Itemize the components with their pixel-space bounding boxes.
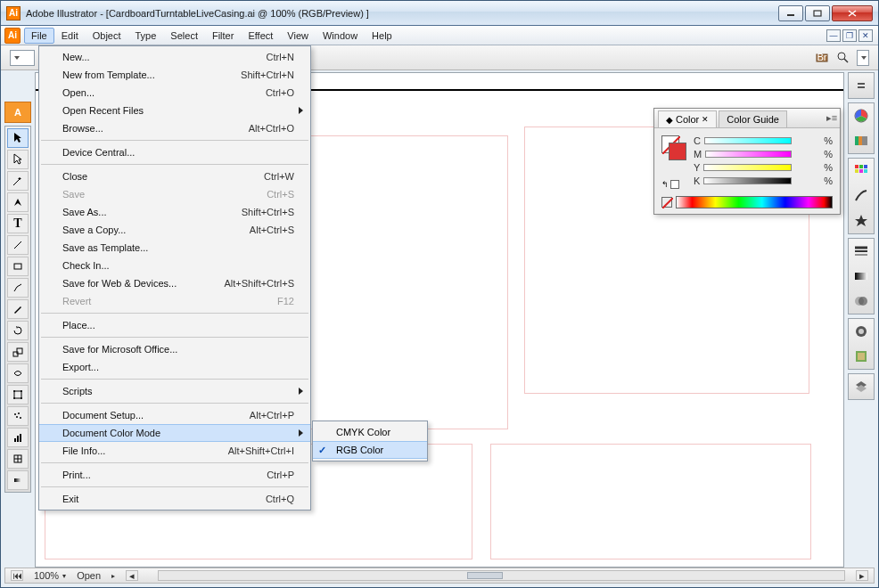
menu-item-new[interactable]: New...Ctrl+N <box>39 48 310 66</box>
horizontal-scrollbar[interactable] <box>158 570 845 581</box>
graph-tool[interactable] <box>7 428 29 447</box>
status-info-dropdown[interactable]: ▸ <box>111 572 115 580</box>
menu-item-save-as-template[interactable]: Save as Template... <box>39 239 310 257</box>
menu-edit[interactable]: Edit <box>54 28 86 44</box>
menu-item-close[interactable]: CloseCtrl+W <box>39 167 310 185</box>
tools-panel-tab[interactable]: A <box>4 102 31 123</box>
color-panel[interactable]: ◆ Color ✕ Color Guide ▸≡ ↰ C%M%Y%K% <box>653 108 841 215</box>
menu-view[interactable]: View <box>280 28 316 44</box>
menu-type[interactable]: Type <box>128 28 164 44</box>
magic-wand-tool[interactable] <box>7 171 29 191</box>
last-color-icon[interactable]: ↰ <box>661 180 669 189</box>
menu-item-exit[interactable]: ExitCtrl+Q <box>39 490 310 508</box>
menu-window[interactable]: Window <box>316 28 365 44</box>
menu-item-open-recent-files[interactable]: Open Recent Files <box>39 102 310 119</box>
tab-color[interactable]: ◆ Color ✕ <box>658 110 717 127</box>
tab-color-guide[interactable]: Color Guide <box>719 110 787 127</box>
menu-select[interactable]: Select <box>163 28 205 44</box>
menu-item-file-info[interactable]: File Info...Alt+Shift+Ctrl+I <box>39 442 310 460</box>
pen-tool[interactable] <box>7 192 29 212</box>
menu-item-save-as[interactable]: Save As...Shift+Ctrl+S <box>39 203 310 221</box>
color-slider-c[interactable]: C% <box>694 135 833 146</box>
scrollbar-thumb[interactable] <box>467 572 503 579</box>
menu-item-new-from-template[interactable]: New from Template...Shift+Ctrl+N <box>39 66 310 84</box>
rectangle-tool[interactable] <box>7 257 29 276</box>
direct-selection-tool[interactable] <box>7 150 29 169</box>
menu-item-save-a-copy[interactable]: Save a Copy...Alt+Ctrl+S <box>39 221 310 239</box>
menu-item-document-setup[interactable]: Document Setup...Alt+Ctrl+P <box>39 406 310 424</box>
menu-item-save-for-microsoft-office[interactable]: Save for Microsoft Office... <box>39 340 310 358</box>
appearance-panel-icon[interactable] <box>851 322 871 341</box>
menu-item-open[interactable]: Open...Ctrl+O <box>39 84 310 102</box>
color-spectrum[interactable] <box>676 196 833 208</box>
menu-item-save-for-web-devices[interactable]: Save for Web & Devices...Alt+Shift+Ctrl+… <box>39 274 310 292</box>
titlebar[interactable]: Ai Adobe Illustrator - [CardboardTurntab… <box>1 1 878 26</box>
workspace-dropdown[interactable] <box>857 50 869 66</box>
menu-item-document-color-mode[interactable]: Document Color Mode <box>39 424 310 442</box>
menu-item-check-in[interactable]: Check In... <box>39 257 310 274</box>
document-close-button[interactable]: ✕ <box>858 29 873 42</box>
submenu-arrow-icon <box>299 429 303 437</box>
selection-tool[interactable] <box>7 128 29 148</box>
none-color-swatch[interactable] <box>661 197 672 208</box>
scale-tool[interactable] <box>7 342 29 362</box>
submenu-item-rgb-color[interactable]: ✓RGB Color <box>313 441 427 459</box>
scroll-left-button[interactable]: ◂ <box>126 570 138 581</box>
swatches-panel-icon[interactable] <box>851 161 871 181</box>
menu-item-export[interactable]: Export... <box>39 358 310 376</box>
bridge-icon[interactable]: Br <box>814 50 830 66</box>
color-slider-m[interactable]: M% <box>694 149 833 159</box>
menu-object[interactable]: Object <box>86 28 128 44</box>
fill-stroke-swatch[interactable] <box>661 135 686 175</box>
window-minimize-button[interactable] <box>778 5 803 21</box>
window-close-button[interactable] <box>832 5 873 21</box>
menu-item-browse[interactable]: Browse...Alt+Ctrl+O <box>39 119 310 137</box>
gradient-panel-icon[interactable] <box>851 266 871 286</box>
type-tool[interactable]: T <box>7 214 29 233</box>
scroll-right-button[interactable]: ▸ <box>856 570 868 581</box>
color-guide-panel-icon[interactable] <box>851 131 871 151</box>
menu-filter[interactable]: Filter <box>205 28 241 44</box>
object-type-select[interactable] <box>10 50 35 66</box>
mesh-tool[interactable] <box>7 449 29 469</box>
color-slider-y[interactable]: Y% <box>694 162 833 173</box>
line-tool[interactable] <box>7 235 29 255</box>
menu-item-scripts[interactable]: Scripts <box>39 382 310 400</box>
zoom-icon[interactable] <box>835 50 851 66</box>
document-minimize-button[interactable]: — <box>826 29 841 42</box>
svg-line-49 <box>662 198 673 208</box>
layers-panel-icon[interactable] <box>851 377 871 396</box>
menu-effect[interactable]: Effect <box>241 28 280 44</box>
first-page-button[interactable]: ⏮ <box>11 570 23 581</box>
menu-separator <box>41 379 308 380</box>
menu-item-print[interactable]: Print...Ctrl+P <box>39 466 310 484</box>
tools-collapse-icon[interactable] <box>851 76 871 95</box>
submenu-item-cmyk-color[interactable]: CMYK Color <box>313 423 427 441</box>
warp-tool[interactable] <box>7 363 29 383</box>
menu-item-place[interactable]: Place... <box>39 316 310 334</box>
paintbrush-tool[interactable] <box>7 278 29 298</box>
brushes-panel-icon[interactable] <box>851 186 871 206</box>
zoom-level-select[interactable]: 100% ▾ <box>34 570 66 581</box>
pencil-tool[interactable] <box>7 299 29 319</box>
panel-menu-icon[interactable]: ▸≡ <box>824 109 840 127</box>
color-panel-icon[interactable] <box>851 106 871 126</box>
menu-item-device-central[interactable]: Device Central... <box>39 143 310 161</box>
graphic-styles-panel-icon[interactable] <box>851 347 871 366</box>
document-restore-button[interactable]: ❐ <box>842 29 857 42</box>
transparency-panel-icon[interactable] <box>851 291 871 311</box>
free-transform-tool[interactable] <box>7 385 29 404</box>
default-fill-swatch[interactable] <box>670 180 679 189</box>
rotate-tool[interactable] <box>7 321 29 340</box>
gradient-tool[interactable] <box>7 470 29 490</box>
symbol-sprayer-tool[interactable] <box>7 406 29 426</box>
symbols-panel-icon[interactable] <box>851 211 871 231</box>
illustrator-app-menu[interactable]: Ai <box>4 28 21 44</box>
window-maximize-button[interactable] <box>805 5 830 21</box>
right-panel-dock <box>848 72 875 400</box>
stroke-panel-icon[interactable] <box>851 241 871 261</box>
menu-file[interactable]: File <box>24 28 54 44</box>
color-slider-k[interactable]: K% <box>694 176 833 186</box>
menu-help[interactable]: Help <box>365 28 399 44</box>
close-icon[interactable]: ✕ <box>702 115 709 124</box>
